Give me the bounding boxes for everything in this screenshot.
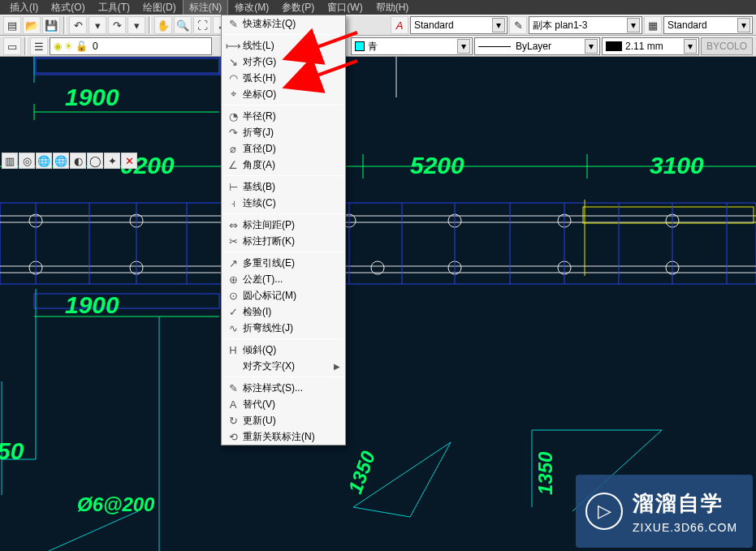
menu-item-label: 连续(C) xyxy=(241,196,342,210)
menu-update[interactable]: ↻ 更新(U) xyxy=(222,412,345,428)
menu-override[interactable]: A 替代(V) xyxy=(222,396,345,412)
toolbar-row-2: ▭ ☰ ◉ ☀ 🔓 0 青 ▾ ByLayer ▾ 2.11 mm ▾ BYCO… xyxy=(0,36,756,57)
tablestyle-combo[interactable]: Standard ▾ xyxy=(663,16,753,34)
menu-continue[interactable]: ⫞ 连续(C) xyxy=(222,195,345,211)
svg-text:3100: 3100 xyxy=(650,152,704,179)
menu-item-label: 弧长(H) xyxy=(241,71,342,85)
menu-jogged[interactable]: ↷ 折弯(J) xyxy=(222,124,345,140)
tool-zoom-window-icon[interactable]: ⛶ xyxy=(193,16,211,34)
menu-align-text[interactable]: 对齐文字(X) ▶ xyxy=(222,358,345,374)
update-icon: ↻ xyxy=(225,414,241,427)
menu-params[interactable]: 参数(P) xyxy=(275,0,321,16)
textstyle-combo[interactable]: Standard ▾ xyxy=(410,16,508,34)
textstyle-icon[interactable]: A xyxy=(391,16,408,34)
view-globe1-icon[interactable]: 🌐 xyxy=(36,153,52,169)
menu-baseline[interactable]: ⊢ 基线(B) xyxy=(222,179,345,195)
separator xyxy=(223,338,343,339)
menu-item-label: 检验(I) xyxy=(241,305,342,319)
menu-dimstyle[interactable]: ✎ 标注样式(S)... xyxy=(222,380,345,396)
view-orbit-icon[interactable]: ◎ xyxy=(19,153,35,169)
menu-center-mark[interactable]: ⊙ 圆心标记(M) xyxy=(222,287,345,303)
menu-mleader[interactable]: ↗ 多重引线(E) xyxy=(222,255,345,271)
menu-inspection[interactable]: ✓ 检验(I) xyxy=(222,303,345,320)
linetype-value: ByLayer xyxy=(516,41,551,52)
menu-diameter[interactable]: ⌀ 直径(D) xyxy=(222,140,345,157)
view-close-icon[interactable]: ✕ xyxy=(121,153,137,169)
separator xyxy=(223,377,343,377)
separator xyxy=(149,16,151,34)
menu-aligned[interactable]: ↘ 对齐(G) xyxy=(222,54,345,70)
view-sphere-icon[interactable]: ◯ xyxy=(87,153,103,169)
menu-help[interactable]: 帮助(H) xyxy=(369,0,416,16)
view-pan-icon[interactable]: ▥ xyxy=(2,153,18,169)
menu-quick-dim[interactable]: ✎ 快速标注(Q) xyxy=(222,15,345,32)
textstyle-value: Standard xyxy=(414,19,454,31)
chevron-down-icon[interactable]: ▾ xyxy=(737,18,750,32)
tool-save-icon[interactable]: 💾 xyxy=(42,16,60,34)
menu-item-label: 角度(A) xyxy=(241,158,342,172)
menu-angle[interactable]: ∠ 角度(A) xyxy=(222,157,345,173)
menu-reassociate[interactable]: ⟲ 重新关联标注(N) xyxy=(222,428,345,445)
chevron-down-icon[interactable]: ▾ xyxy=(627,18,640,32)
separator xyxy=(223,105,343,105)
chevron-down-icon[interactable]: ▾ xyxy=(684,39,697,54)
view-iso-icon[interactable]: ◐ xyxy=(70,153,86,169)
menu-item-label: 直径(D) xyxy=(241,142,342,156)
tool-new-icon[interactable]: ▤ xyxy=(3,16,21,34)
menu-item-label: 线性(L) xyxy=(241,39,342,53)
svg-text:Ø6@200: Ø6@200 xyxy=(77,493,155,515)
tool-undo-icon[interactable]: ↶ xyxy=(69,16,87,34)
lineweight-combo[interactable]: 2.11 mm ▾ xyxy=(602,37,699,55)
tool-undo-drop-icon[interactable]: ▾ xyxy=(89,16,106,34)
menu-window[interactable]: 窗口(W) xyxy=(321,0,369,16)
mleader-icon: ↗ xyxy=(225,256,241,269)
menu-item-label: 对齐文字(X) xyxy=(241,359,334,373)
menu-radius[interactable]: ◔ 半径(R) xyxy=(222,108,345,124)
menu-format[interactable]: 格式(O) xyxy=(45,0,91,16)
menu-linear[interactable]: ⟼ 线性(L) xyxy=(222,37,345,54)
tool-open-icon[interactable]: 📂 xyxy=(23,16,41,34)
center-mark-icon: ⊙ xyxy=(225,289,241,302)
menu-arc-length[interactable]: ◠ 弧长(H) xyxy=(222,70,345,86)
chevron-down-icon[interactable]: ▾ xyxy=(457,39,470,54)
svg-rect-14 xyxy=(0,203,756,284)
linetype-combo[interactable]: ByLayer ▾ xyxy=(474,37,600,55)
dimstyle-combo[interactable]: 副本 plan1-3 ▾ xyxy=(529,16,642,34)
menu-tools[interactable]: 工具(T) xyxy=(92,0,136,16)
dimstyle-icon[interactable]: ✎ xyxy=(509,16,527,34)
tablestyle-icon[interactable]: ▦ xyxy=(644,16,662,34)
menu-dimension[interactable]: 标注(N) xyxy=(183,0,229,16)
menu-modify[interactable]: 修改(M) xyxy=(228,0,275,16)
view-axis-icon[interactable]: ✦ xyxy=(104,153,120,169)
lineweight-swatch xyxy=(606,41,622,51)
color-combo[interactable]: 青 ▾ xyxy=(351,37,473,55)
continue-icon: ⫞ xyxy=(225,196,241,209)
chevron-down-icon[interactable]: ▾ xyxy=(492,18,505,32)
separator xyxy=(63,16,66,34)
tool-redo-drop-icon[interactable]: ▾ xyxy=(127,16,145,34)
layer-btn-icon[interactable]: ▭ xyxy=(3,37,21,55)
menu-item-label: 坐标(O) xyxy=(241,88,342,101)
chevron-down-icon[interactable]: ▾ xyxy=(585,39,598,54)
layer-props-icon[interactable]: ☰ xyxy=(30,37,48,55)
menu-draw[interactable]: 绘图(D) xyxy=(136,0,183,16)
svg-rect-0 xyxy=(34,57,221,75)
menu-oblique[interactable]: H 倾斜(Q) xyxy=(222,342,345,358)
linear-icon: ⟼ xyxy=(225,39,241,52)
menu-insert[interactable]: 插入(I) xyxy=(3,0,45,16)
menu-item-label: 标注打断(K) xyxy=(241,235,342,248)
tool-pan-icon[interactable]: ✋ xyxy=(154,16,172,34)
tablestyle-value: Standard xyxy=(667,19,707,31)
menu-item-label: 圆心标记(M) xyxy=(241,289,342,303)
menu-ordinate[interactable]: ⌖ 坐标(O) xyxy=(222,86,345,102)
view-globe2-icon[interactable]: 🌐 xyxy=(53,153,69,169)
menu-dim-break[interactable]: ✂ 标注打断(K) xyxy=(222,233,345,249)
svg-text:1900: 1900 xyxy=(65,84,119,110)
menu-tolerance[interactable]: ⊕ 公差(T)... xyxy=(222,271,345,287)
menu-dim-space[interactable]: ⇔ 标注间距(P) xyxy=(222,217,345,233)
baseline-icon: ⊢ xyxy=(225,180,241,193)
layer-combo[interactable]: ◉ ☀ 🔓 0 xyxy=(50,37,212,55)
tool-zoom-icon[interactable]: 🔍 xyxy=(174,16,192,34)
tool-redo-icon[interactable]: ↷ xyxy=(108,16,126,34)
menu-jogged-linear[interactable]: ∿ 折弯线性(J) xyxy=(222,320,345,336)
